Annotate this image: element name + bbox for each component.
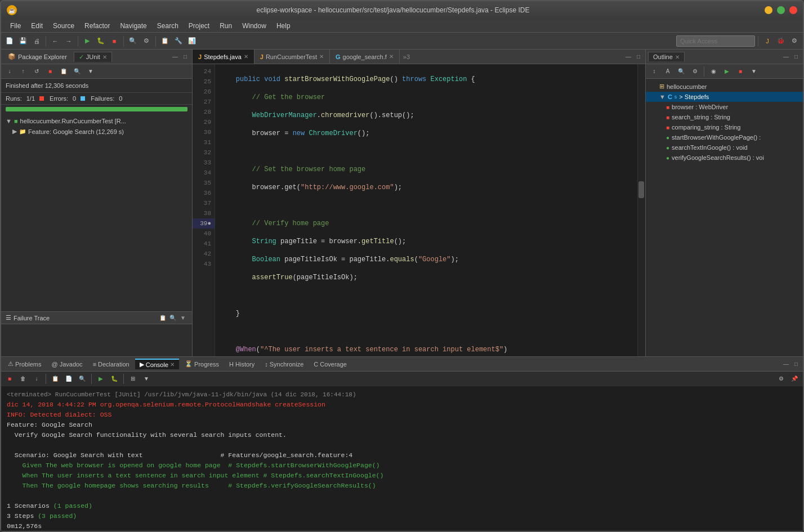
- console-clear[interactable]: 🗑: [17, 373, 29, 385]
- toolbar-persp-java[interactable]: J: [761, 35, 774, 47]
- runcucumber-close[interactable]: ✕: [319, 53, 324, 60]
- tree-item-feature[interactable]: ▶ 📁 Feature: Google Search (12,269 s): [1, 126, 192, 137]
- junit-prev-fail[interactable]: ↑: [17, 65, 29, 78]
- tab-stepdefs[interactable]: J Stepdefs.java ✕: [193, 50, 254, 64]
- junit-close-icon[interactable]: ✕: [102, 54, 107, 60]
- tab-overflow[interactable]: »3: [400, 53, 413, 60]
- toolbar-print[interactable]: 🖨: [30, 35, 43, 47]
- outline-minimize[interactable]: —: [781, 52, 790, 61]
- menu-search[interactable]: Search: [153, 21, 183, 31]
- toolbar-persp-debug[interactable]: 🐞: [775, 35, 787, 47]
- toolbar-persp-settings[interactable]: ⚙: [788, 35, 801, 47]
- console-debug[interactable]: 🐛: [108, 373, 120, 385]
- editor-minimize[interactable]: —: [624, 52, 633, 61]
- outline-collapse[interactable]: ◉: [707, 65, 720, 78]
- console-run[interactable]: ▶: [95, 373, 107, 385]
- outline-comparing-string[interactable]: ■ comparing_string : String: [646, 122, 803, 132]
- copy-trace-btn[interactable]: 📋: [158, 314, 167, 323]
- console-settings[interactable]: ⚙: [775, 373, 787, 385]
- outline-btn2[interactable]: A: [662, 65, 674, 78]
- outline-root[interactable]: ⊞ hellocucumber: [646, 81, 803, 92]
- menu-run[interactable]: Run: [215, 21, 236, 31]
- quick-access-input[interactable]: [676, 35, 755, 47]
- console-maximize[interactable]: □: [792, 360, 801, 369]
- console-paste[interactable]: 📄: [62, 373, 75, 385]
- tab-javadoc[interactable]: @ Javadoc: [47, 360, 87, 369]
- console-minimize[interactable]: —: [781, 360, 790, 369]
- scrollbar[interactable]: [637, 64, 645, 356]
- console-menu[interactable]: ▼: [140, 373, 153, 385]
- junit-stop[interactable]: ■: [44, 65, 56, 78]
- tree-item-runcucumber[interactable]: ▼ ■ hellocucumber.RunCucumberTest [R...: [1, 116, 192, 126]
- console-pin[interactable]: 📌: [788, 373, 801, 385]
- menu-help[interactable]: Help: [272, 21, 295, 31]
- minimize-button[interactable]: [765, 6, 772, 14]
- maximize-panel[interactable]: □: [181, 52, 190, 61]
- menu-refactor[interactable]: Refactor: [80, 21, 114, 31]
- menu-source[interactable]: Source: [48, 21, 79, 31]
- toolbar-refactor[interactable]: ⚙: [140, 35, 153, 47]
- minimize-panel[interactable]: —: [171, 52, 180, 61]
- tab-outline[interactable]: Outline ✕: [648, 52, 685, 61]
- toolbar-stop[interactable]: ■: [108, 35, 120, 47]
- console-find[interactable]: 🔍: [76, 373, 88, 385]
- toolbar-run[interactable]: ▶: [81, 35, 93, 47]
- outline-browser[interactable]: ■ browser : WebDriver: [646, 102, 803, 112]
- console-close-icon[interactable]: ✕: [170, 361, 175, 368]
- close-button[interactable]: [789, 6, 797, 14]
- outline-search-text[interactable]: ● searchTextInGoogle() : void: [646, 142, 803, 153]
- toolbar-perspective1[interactable]: 📋: [159, 35, 171, 47]
- outline-run[interactable]: ▶: [721, 65, 733, 78]
- outline-maximize[interactable]: □: [792, 52, 801, 61]
- tab-runcucumber[interactable]: J RunCucumberTest ✕: [254, 50, 330, 64]
- tab-progress[interactable]: ⏳ Progress: [180, 359, 224, 369]
- console-stop[interactable]: ■: [3, 373, 16, 385]
- menu-navigate[interactable]: Navigate: [115, 21, 151, 31]
- outline-stepdefs[interactable]: ▼ C s > Stepdefs: [646, 92, 803, 102]
- toolbar-new[interactable]: 📄: [3, 35, 16, 47]
- filter-trace-btn[interactable]: 🔍: [168, 314, 177, 323]
- junit-filter[interactable]: 🔍: [71, 65, 83, 78]
- maximize-button[interactable]: [777, 6, 785, 14]
- code-content[interactable]: public void startBrowserWithGooglePage()…: [215, 64, 637, 356]
- toolbar-search[interactable]: 🔍: [127, 35, 139, 47]
- stepdefs-close[interactable]: ✕: [244, 53, 248, 60]
- junit-next-fail[interactable]: ↓: [3, 65, 16, 78]
- tab-google-search[interactable]: G google_search.f ✕: [330, 50, 400, 64]
- outline-btn3[interactable]: 🔍: [675, 65, 687, 78]
- menu-edit[interactable]: Edit: [26, 21, 47, 31]
- outline-close-icon[interactable]: ✕: [675, 54, 680, 60]
- outline-btn1[interactable]: ↕: [648, 65, 660, 78]
- toolbar-back[interactable]: ←: [49, 35, 61, 47]
- toolbar-forward[interactable]: →: [62, 35, 75, 47]
- outline-btn4[interactable]: ⚙: [689, 65, 701, 78]
- junit-view-menu[interactable]: ▼: [84, 65, 97, 78]
- menu-window[interactable]: Window: [238, 21, 271, 31]
- outline-verify-results[interactable]: ● verifyGoogleSearchResults() : voi: [646, 153, 803, 163]
- tab-history[interactable]: H History: [225, 360, 259, 369]
- toolbar-perspective3[interactable]: 📊: [186, 35, 198, 47]
- outline-stop[interactable]: ■: [734, 65, 747, 78]
- menu-file[interactable]: File: [6, 21, 25, 31]
- toolbar-debug[interactable]: 🐛: [95, 35, 107, 47]
- outline-menu[interactable]: ▼: [748, 65, 760, 78]
- console-copy[interactable]: 📋: [49, 373, 61, 385]
- toolbar-save[interactable]: 💾: [17, 35, 29, 47]
- outline-start-browser[interactable]: ● startBrowserWithGooglePage() :: [646, 132, 803, 142]
- tab-coverage[interactable]: C Coverage: [309, 360, 351, 369]
- tab-package-explorer[interactable]: 📦 Package Explorer: [3, 52, 72, 61]
- toolbar-perspective2[interactable]: 🔧: [172, 35, 185, 47]
- tab-declaration[interactable]: ≡ Declaration: [88, 360, 134, 369]
- junit-rerun[interactable]: ↺: [30, 65, 43, 78]
- console-layout[interactable]: ⊞: [127, 373, 139, 385]
- tab-synchronize[interactable]: ↕ Synchronize: [260, 360, 308, 369]
- editor-maximize[interactable]: □: [634, 52, 643, 61]
- tab-problems[interactable]: ⚠ Problems: [3, 359, 46, 369]
- menu-project[interactable]: Project: [184, 21, 214, 31]
- console-scroll[interactable]: ↓: [30, 373, 43, 385]
- more-trace-btn[interactable]: ▼: [178, 314, 187, 323]
- outline-search-string[interactable]: ■ search_string : String: [646, 112, 803, 122]
- tab-junit[interactable]: ✓ JUnit ✕: [74, 52, 112, 62]
- junit-history[interactable]: 📋: [57, 65, 70, 78]
- tab-console[interactable]: ▶ Console ✕: [135, 359, 179, 369]
